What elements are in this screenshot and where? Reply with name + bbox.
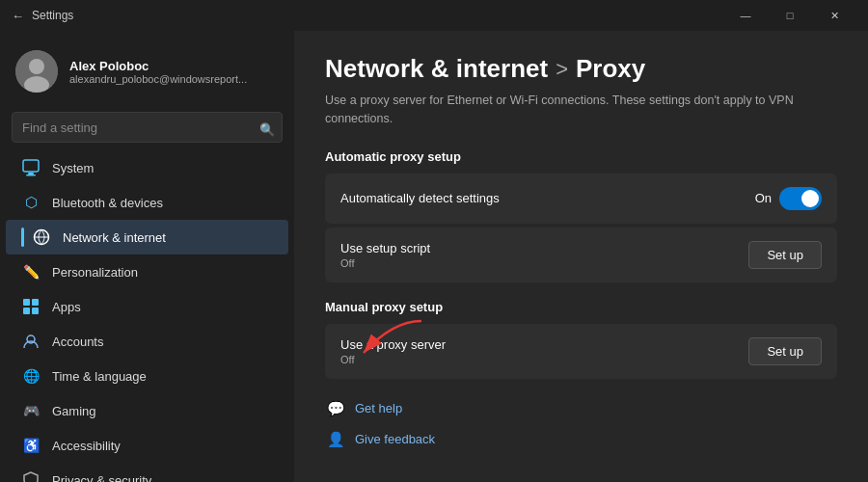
toggle-knob — [801, 190, 819, 207]
give-feedback-icon: 👤 — [327, 431, 345, 448]
gaming-icon: 🎮 — [21, 401, 41, 420]
back-icon[interactable]: ← — [12, 9, 24, 23]
title-bar-controls: — □ ✕ — [723, 0, 856, 31]
nav-label-accessibility: Accessibility — [52, 439, 121, 453]
breadcrumb-parent[interactable]: Network & internet — [325, 54, 548, 84]
user-profile[interactable]: Alex Poloboc alexandru_poloboc@windowsre… — [0, 39, 294, 108]
svg-rect-8 — [23, 299, 30, 306]
breadcrumb-current: Proxy — [576, 54, 645, 84]
setup-script-sublabel: Off — [340, 257, 430, 269]
network-icon — [32, 228, 51, 247]
close-button[interactable]: ✕ — [812, 0, 856, 31]
proxy-server-area: Use a proxy server Off Set up — [325, 324, 837, 379]
proxy-server-info: Use a proxy server Off — [340, 337, 446, 365]
nav-label-privacy: Privacy & security — [52, 473, 151, 483]
app-body: Alex Poloboc alexandru_poloboc@windowsre… — [0, 31, 868, 482]
minimize-button[interactable]: — — [723, 0, 768, 31]
system-icon — [21, 158, 41, 177]
nav-item-gaming[interactable]: 🎮 Gaming — [6, 393, 288, 428]
nav-label-personalization: Personalization — [52, 265, 138, 280]
apps-icon — [21, 297, 41, 316]
user-info: Alex Poloboc alexandru_poloboc@windowsre… — [69, 59, 247, 85]
nav-item-personalization[interactable]: ✏️ Personalization — [6, 254, 288, 289]
active-indicator — [21, 228, 24, 247]
sidebar: Alex Poloboc alexandru_poloboc@windowsre… — [0, 31, 294, 482]
nav-item-bluetooth[interactable]: ⬡ Bluetooth & devices — [6, 185, 288, 220]
personalization-icon: ✏️ — [21, 262, 41, 281]
nav-item-privacy[interactable]: Privacy & security — [6, 463, 288, 482]
get-help-label: Get help — [355, 401, 402, 415]
search-container: 🔍 — [0, 108, 294, 150]
help-links: 💬 Get help 👤 Give feedback — [325, 394, 837, 454]
setup-script-button[interactable]: Set up — [748, 241, 822, 269]
auto-detect-toggle[interactable] — [779, 187, 822, 210]
auto-detect-info: Automatically detect settings — [340, 191, 500, 205]
setup-script-control: Set up — [748, 241, 822, 269]
avatar-image — [15, 50, 58, 93]
nav-item-accounts[interactable]: Accounts — [6, 324, 288, 359]
svg-rect-5 — [26, 174, 36, 176]
user-email: alexandru_poloboc@windowsreport... — [69, 73, 247, 85]
accessibility-icon: ♿ — [21, 436, 41, 455]
nav-label-gaming: Gaming — [52, 404, 96, 418]
proxy-server-label: Use a proxy server — [340, 337, 446, 352]
setup-script-label: Use setup script — [340, 241, 430, 255]
nav-item-system[interactable]: System — [6, 150, 288, 185]
proxy-server-control: Set up — [748, 337, 822, 365]
main-content: Network & internet > Proxy Use a proxy s… — [294, 31, 868, 482]
breadcrumb: Network & internet > Proxy — [325, 54, 837, 84]
setup-script-card: Use setup script Off Set up — [325, 228, 837, 282]
proxy-server-sublabel: Off — [340, 354, 446, 365]
nav-item-apps[interactable]: Apps — [6, 289, 288, 324]
nav-label-system: System — [52, 161, 94, 175]
bluetooth-icon: ⬡ — [21, 193, 41, 212]
title-bar-left: ← Settings — [12, 9, 73, 23]
give-feedback-link[interactable]: 👤 Give feedback — [325, 425, 837, 454]
proxy-setup-button[interactable]: Set up — [748, 337, 822, 365]
nav-label-bluetooth: Bluetooth & devices — [52, 196, 163, 210]
avatar — [15, 50, 58, 93]
page-description: Use a proxy server for Ethernet or Wi-Fi… — [325, 92, 827, 128]
privacy-icon — [21, 470, 41, 482]
search-input[interactable] — [12, 112, 283, 143]
auto-detect-label: Automatically detect settings — [340, 191, 500, 205]
nav-item-time[interactable]: 🌐 Time & language — [6, 359, 288, 393]
give-feedback-label: Give feedback — [355, 432, 435, 446]
setup-script-info: Use setup script Off — [340, 241, 430, 269]
nav-label-time: Time & language — [52, 369, 147, 384]
title-bar: ← Settings — □ ✕ — [0, 0, 868, 31]
svg-rect-9 — [32, 299, 39, 306]
proxy-server-card: Use a proxy server Off Set up — [325, 324, 837, 379]
nav-label-accounts: Accounts — [52, 335, 103, 349]
nav-label-network: Network & internet — [63, 230, 166, 245]
nav-item-network[interactable]: Network & internet — [6, 220, 288, 254]
breadcrumb-separator: > — [556, 57, 568, 82]
accounts-icon — [21, 332, 41, 351]
toggle-wrap[interactable]: On — [755, 187, 822, 210]
toggle-on-label: On — [755, 191, 772, 205]
svg-rect-4 — [28, 173, 34, 174]
auto-detect-control: On — [755, 187, 822, 210]
get-help-icon: 💬 — [327, 400, 345, 417]
svg-rect-11 — [32, 308, 39, 314]
auto-detect-card: Automatically detect settings On — [325, 174, 837, 224]
user-name: Alex Poloboc — [69, 59, 247, 73]
maximize-button[interactable]: □ — [768, 0, 812, 31]
nav-item-accessibility[interactable]: ♿ Accessibility — [6, 428, 288, 463]
title-bar-title: Settings — [32, 9, 73, 22]
svg-point-1 — [29, 59, 44, 74]
svg-rect-10 — [23, 308, 30, 314]
time-icon: 🌐 — [21, 366, 41, 386]
nav-label-apps: Apps — [52, 300, 81, 314]
get-help-link[interactable]: 💬 Get help — [325, 394, 837, 423]
manual-proxy-section-title: Manual proxy setup — [325, 300, 837, 314]
automatic-proxy-section-title: Automatic proxy setup — [325, 149, 837, 164]
svg-rect-3 — [23, 160, 39, 172]
